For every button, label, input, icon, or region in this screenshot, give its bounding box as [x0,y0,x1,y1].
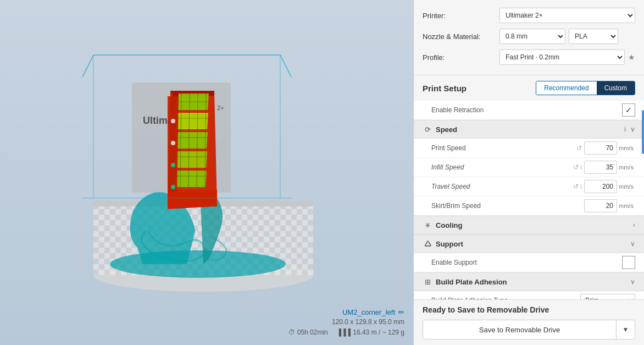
file-name-label: UM2_corner_left [342,308,395,316]
print-speed-value-wrapper: mm/s [584,141,635,155]
enable-retraction-checkbox[interactable] [622,103,635,117]
travel-speed-row: Travel Speed ↺ i mm/s [414,177,644,196]
enable-support-label: Enable Support [431,259,622,266]
bottom-bar: Ready to Save to Removable Drive Save to… [414,299,644,345]
speed-icon: ⟳ [423,124,432,134]
svg-text:2+: 2+ [217,105,224,111]
cooling-icon: ✳ [423,220,432,230]
filament-icon: ▐▐▐ [337,328,351,336]
travel-speed-info-icon[interactable]: i [581,183,582,190]
scroll-indicator [642,110,644,154]
infill-speed-input[interactable] [584,161,617,174]
edit-icon[interactable]: ✏ [398,308,404,316]
svg-point-22 [171,141,175,145]
infill-speed-label: Infill Speed [431,163,573,171]
print-speed-row: Print Speed ↺ mm/s [414,139,644,158]
print-speed-unit: mm/s [619,145,635,151]
nozzle-material-row: Nozzle & Material: 0.8 mm PLA [423,29,635,44]
right-panel: Printer: Ultimaker 2+ Nozzle & Material:… [413,0,644,345]
skirt-brim-speed-label: Skirt/Brim Speed [431,202,582,210]
material-select[interactable]: PLA [569,29,618,44]
profile-row: Profile: Fast Print · 0.2mm ★ [423,50,635,65]
build-plate-section-header[interactable]: ⊞ Build Plate Adhesion ∨ [414,272,644,291]
infill-speed-actions: ↺ i [573,164,582,171]
enable-support-row: Enable Support [414,253,644,272]
infill-speed-row: Infill Speed ↺ i mm/s [414,158,644,177]
print-speed-label: Print Speed [431,144,576,152]
printer-settings-section: Printer: Ultimaker 2+ Nozzle & Material:… [414,0,644,75]
clock-icon: ⏱ [288,328,295,336]
speed-section-header[interactable]: ⟳ Speed i ∨ [414,120,644,139]
nozzle-material-label: Nozzle & Material: [423,32,499,41]
build-plate-type-select[interactable]: Brim None Skirt Raft [580,294,635,299]
infill-speed-reset-icon[interactable]: ↺ [573,164,579,171]
printer-label: Printer: [423,12,499,20]
speed-info-icon[interactable]: i [624,125,626,133]
build-plate-section-title: Build Plate Adhesion [436,278,630,286]
svg-point-24 [171,185,175,189]
build-plate-section-actions: ∨ [630,278,635,286]
svg-point-11 [110,250,286,278]
infill-speed-unit: mm/s [619,164,635,171]
build-plate-icon: ⊞ [423,277,432,287]
print-time-stat: ⏱ 05h 02min [288,328,328,336]
support-icon: 🛆 [423,239,432,249]
support-section-actions: ∨ [630,240,635,248]
enable-retraction-label: Enable Retraction [431,106,622,114]
travel-speed-unit: mm/s [619,183,635,190]
speed-section-actions: i ∨ [624,125,635,133]
travel-speed-actions: ↺ i [573,183,582,190]
travel-speed-input[interactable] [584,180,617,193]
3d-viewport[interactable]: Ultimaker 2+ [0,0,413,345]
speed-expand-icon[interactable]: ∨ [630,125,635,133]
build-plate-type-row: Build Plate Adhesion Type Brim None Skir… [414,291,644,299]
ready-title: Ready to Save to Removable Drive [423,305,635,314]
svg-point-23 [171,163,175,167]
cooling-section-actions: ‹ [633,221,635,229]
print-time-value: 05h 02min [297,328,328,336]
print-setup-header: Print Setup Recommended Custom [414,75,644,101]
cooling-section-title: Cooling [436,221,633,229]
filament-value: 16.43 m / ~ 129 g [353,328,404,336]
tab-group: Recommended Custom [536,81,635,95]
support-section-header[interactable]: 🛆 Support ∨ [414,234,644,253]
chevron-down-icon: ▼ [623,326,629,333]
profile-select[interactable]: Fast Print · 0.2mm [499,50,625,65]
cooling-section-header[interactable]: ✳ Cooling ‹ [414,216,644,234]
printer-row: Printer: Ultimaker 2+ [423,8,635,23]
save-button[interactable]: Save to Removable Drive [423,320,616,339]
print-speed-input[interactable] [584,141,617,155]
travel-speed-reset-icon[interactable]: ↺ [573,183,579,190]
nozzle-select[interactable]: 0.8 mm [499,29,565,44]
save-btn-wrapper: Save to Removable Drive ▼ [423,320,635,339]
save-btn-dropdown[interactable]: ▼ [616,320,635,339]
file-info-panel: UM2_corner_left ✏ 120.0 x 129.8 x 95.0 m… [288,308,404,336]
skirt-brim-speed-input[interactable] [584,199,617,212]
svg-point-21 [171,119,175,123]
speed-section-title: Speed [436,125,624,134]
print-speed-reset-icon[interactable]: ↺ [576,145,582,151]
travel-speed-value-wrapper: mm/s [584,180,635,193]
file-dimensions: 120.0 x 129.8 x 95.0 mm [288,318,404,326]
print-speed-actions: ↺ [576,145,582,151]
print-setup-title: Print Setup [423,84,467,93]
skirt-brim-speed-value-wrapper: mm/s [584,199,635,212]
tab-custom[interactable]: Custom [597,81,635,95]
build-plate-expand-icon[interactable]: ∨ [630,278,635,286]
printer-select[interactable]: Ultimaker 2+ [499,8,635,23]
travel-speed-label: Travel Speed [431,183,573,190]
enable-support-checkbox[interactable] [622,256,635,269]
file-stats: ⏱ 05h 02min ▐▐▐ 16.43 m / ~ 129 g [288,328,404,336]
support-expand-icon[interactable]: ∨ [630,240,635,248]
skirt-brim-speed-row: Skirt/Brim Speed mm/s [414,196,644,216]
infill-speed-info-icon[interactable]: i [581,164,582,171]
support-section-title: Support [436,240,630,248]
filament-stat: ▐▐▐ 16.43 m / ~ 129 g [337,328,404,336]
settings-scroll-area[interactable]: Enable Retraction ⟳ Speed i ∨ Print Spee… [414,101,644,299]
profile-label: Profile: [423,53,499,62]
skirt-brim-speed-unit: mm/s [619,202,635,209]
star-icon: ★ [628,53,635,62]
infill-speed-value-wrapper: mm/s [584,161,635,174]
cooling-collapse-icon[interactable]: ‹ [633,221,635,229]
tab-recommended[interactable]: Recommended [536,81,596,95]
